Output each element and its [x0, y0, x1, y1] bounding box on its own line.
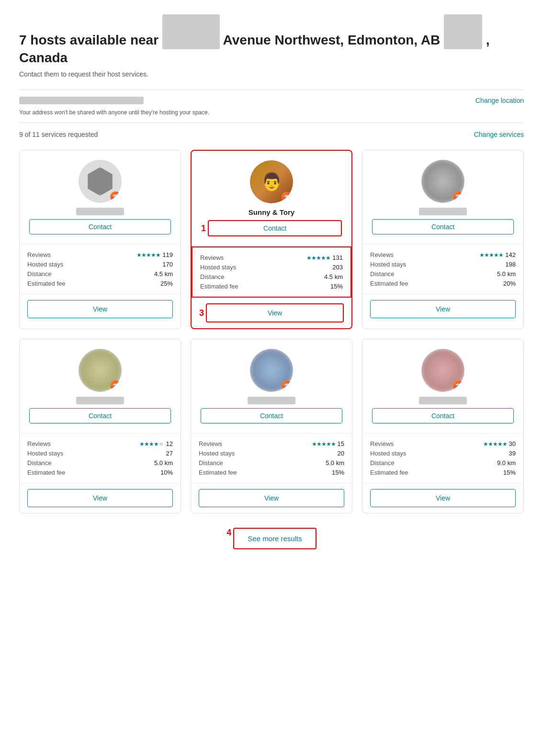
view-button[interactable]: View — [27, 489, 173, 507]
view-button[interactable]: View — [370, 300, 516, 318]
page-subtitle: Contact them to request their host servi… — [19, 70, 524, 78]
contact-button[interactable]: Contact — [201, 408, 342, 423]
contact-button[interactable]: Contact — [372, 408, 514, 423]
hosted-stays-count: 198 — [505, 261, 516, 268]
stars-icon: ★★★★★ — [136, 251, 160, 258]
card-top: 💎 Contact — [20, 339, 181, 434]
host-card: 💎 Contact Reviews ★★★★★ 15 Hosted stays … — [191, 339, 352, 513]
fee-value: 10% — [160, 469, 173, 476]
reviews-row: Reviews ★★★★★ 142 — [370, 251, 516, 258]
contact-button[interactable]: Contact — [29, 219, 171, 234]
hosted-stays-count: 27 — [166, 450, 173, 457]
host-name — [76, 208, 124, 215]
reviews-row: Reviews ★★★★★ 119 — [27, 251, 173, 258]
distance-label: Distance — [370, 459, 395, 467]
reviews-right: ★★★★★ 119 — [136, 251, 173, 258]
avatar-wrap: 💎 — [250, 349, 293, 392]
fee-label: Estimated fee — [200, 283, 238, 290]
fee-label: Estimated fee — [370, 469, 408, 476]
reviews-right: ★★★★★ 12 — [139, 440, 173, 447]
hosted-stays-count: 20 — [338, 450, 344, 457]
hosted-stays-row: Hosted stays 198 — [370, 261, 516, 268]
view-button[interactable]: View — [27, 300, 173, 318]
host-name: Sunny & Tory — [249, 208, 294, 216]
hosted-stays-label: Hosted stays — [370, 450, 406, 457]
contact-button[interactable]: Contact — [208, 220, 342, 236]
avatar-hexagon — [86, 167, 114, 196]
reviews-count: 142 — [505, 251, 516, 258]
card-bottom: 3 View — [192, 298, 351, 328]
view-button[interactable]: View — [199, 489, 344, 507]
fee-row: Estimated fee 15% — [200, 283, 343, 290]
reviews-count: 12 — [166, 440, 173, 447]
reviews-right: ★★★★★ 15 — [312, 440, 344, 447]
card-bottom: View — [362, 483, 523, 513]
hosted-stays-row: Hosted stays 170 — [27, 261, 173, 268]
hosted-stays-label: Hosted stays — [27, 261, 63, 268]
change-services-link[interactable]: Change services — [474, 131, 524, 138]
hosted-stays-label: Hosted stays — [370, 261, 406, 268]
hosted-stays-row: Hosted stays 203 — [200, 264, 343, 271]
gem-icon: 💎 — [455, 383, 461, 389]
stars-icon: ★★★★★ — [479, 251, 503, 258]
distance-value: 5.0 km — [326, 459, 344, 467]
change-location-link[interactable]: Change location — [475, 97, 524, 104]
card-top: 💎 Contact — [191, 339, 352, 434]
card-stats: Reviews ★★★★★ 15 Hosted stays 20 Distanc… — [191, 434, 352, 483]
fee-value: 20% — [503, 280, 516, 287]
contact-button[interactable]: Contact — [372, 219, 514, 234]
stars-icon: ★★★★★ — [139, 440, 164, 447]
address-note: Your address won't be shared with anyone… — [19, 109, 209, 116]
reviews-right: ★★★★★ 30 — [483, 440, 516, 447]
avatar-badge: 💎 — [282, 380, 292, 391]
gem-icon: 💎 — [284, 195, 290, 200]
step-1-badge: 1 — [201, 223, 206, 233]
hosted-stays-row: Hosted stays 39 — [370, 450, 516, 457]
avatar-badge: 💎 — [282, 192, 292, 202]
hosted-stays-row: Hosted stays 27 — [27, 450, 173, 457]
host-card: 💎 Contact Reviews ★★★★★ 142 Hosted stays… — [362, 150, 524, 329]
avatar-badge: 💎 — [453, 380, 464, 391]
step-3-badge: 3 — [199, 308, 204, 318]
fee-row: Estimated fee 15% — [370, 469, 516, 476]
host-name — [76, 397, 124, 404]
avatar-badge: 💎 — [453, 191, 464, 202]
fee-label: Estimated fee — [27, 469, 66, 476]
view-button[interactable]: View — [206, 303, 344, 322]
reviews-row: Reviews ★★★★★ 30 — [370, 440, 516, 447]
reviews-label: Reviews — [27, 440, 51, 447]
hosted-stays-count: 39 — [509, 450, 516, 457]
card-top: 💎 Contact — [362, 339, 523, 434]
card-stats: Reviews ★★★★★ 142 Hosted stays 198 Dista… — [362, 245, 523, 294]
see-more-button[interactable]: See more results — [233, 528, 316, 549]
reviews-count: 30 — [509, 440, 516, 447]
host-name — [248, 397, 295, 404]
reviews-label: Reviews — [199, 440, 222, 447]
distance-value: 9.0 km — [497, 459, 516, 467]
distance-label: Distance — [370, 270, 395, 278]
reviews-right: ★★★★★ 131 — [306, 254, 343, 261]
card-bottom: View — [20, 483, 181, 513]
avatar-badge: 💎 — [110, 380, 121, 391]
hosted-stays-label: Hosted stays — [200, 264, 236, 271]
reviews-row: Reviews ★★★★★ 131 — [200, 254, 343, 261]
distance-row: Distance 4.5 km — [200, 273, 343, 280]
contact-button[interactable]: Contact — [29, 408, 171, 423]
view-button[interactable]: View — [370, 489, 516, 507]
card-top: 👨 💎 Sunny & Tory 1 Contact — [192, 151, 351, 246]
distance-value: 4.5 km — [154, 270, 173, 278]
card-stats: Reviews ★★★★★ 30 Hosted stays 39 Distanc… — [362, 434, 523, 483]
fee-value: 15% — [332, 469, 344, 476]
card-stats: Reviews ★★★★★ 131 Hosted stays 203 Dista… — [192, 246, 351, 298]
host-card: 👨 💎 Sunny & Tory 1 Contact Reviews ★★★★★… — [191, 150, 352, 329]
hosted-stays-label: Hosted stays — [27, 450, 63, 457]
reviews-label: Reviews — [27, 251, 51, 258]
card-bottom: View — [362, 294, 523, 324]
fee-row: Estimated fee 20% — [370, 280, 516, 287]
fee-row: Estimated fee 15% — [199, 469, 344, 476]
avatar-wrap: 💎 — [79, 349, 122, 392]
reviews-label: Reviews — [200, 254, 224, 261]
fee-label: Estimated fee — [370, 280, 408, 287]
hosted-stays-label: Hosted stays — [199, 450, 235, 457]
card-top: 💎 Contact — [362, 150, 523, 245]
